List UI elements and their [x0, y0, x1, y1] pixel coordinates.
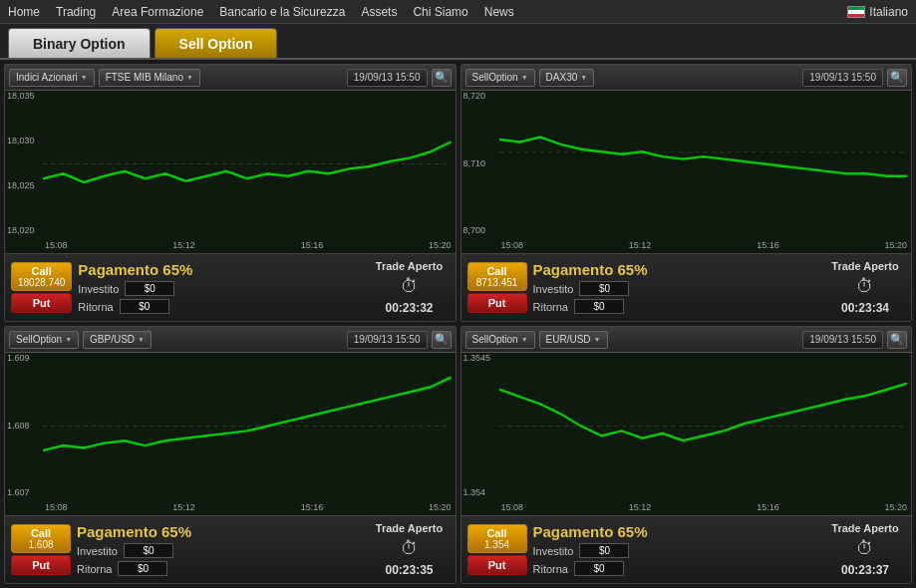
- trade-info-3: Pagamento 65% Investito Ritorna: [77, 523, 364, 576]
- chart-card-4: SellOption EUR/USD 19/09/13 15:50 🔍 1.35…: [460, 326, 913, 584]
- chart-area-1: 18,035 18,030 18,025 18,020 15:08 15:12 …: [5, 91, 456, 253]
- x-axis-4: 15:08 15:12 15:16 15:20: [501, 499, 908, 515]
- put-button-3[interactable]: Put: [11, 555, 71, 575]
- investito-row-4: Investito: [533, 543, 820, 558]
- pagamento-3: Pagamento 65%: [77, 523, 364, 540]
- market-dropdown-1[interactable]: Indici Azionari: [9, 69, 95, 87]
- date-badge-1: 19/09/13 15:50: [347, 69, 428, 87]
- trade-bar-3: Call 1.608 Put Pagamento 65% Investito R…: [5, 515, 456, 583]
- ritorna-input-2[interactable]: [574, 299, 624, 314]
- x-axis-1: 15:08 15:12 15:16 15:20: [45, 237, 452, 253]
- ritorna-input-3[interactable]: [118, 561, 167, 576]
- trade-aperto-label-2: Trade Aperto: [831, 260, 898, 272]
- chart-header-1: Indici Azionari FTSE MIB Milano 19/09/13…: [5, 65, 456, 91]
- market-dropdown-2[interactable]: SellOption: [465, 69, 535, 87]
- investito-row-3: Investito: [77, 543, 364, 558]
- ritorna-input-1[interactable]: [120, 299, 169, 314]
- trade-aperto-label-4: Trade Aperto: [831, 522, 898, 534]
- tab-sell-option[interactable]: Sell Option: [154, 28, 278, 58]
- call-put-1: Call 18028.740 Put: [11, 262, 72, 313]
- call-put-3: Call 1.608 Put: [11, 524, 71, 575]
- put-button-4[interactable]: Put: [467, 555, 527, 575]
- ritorna-row-1: Ritorna: [78, 299, 363, 314]
- chart-card-3: SellOption GBP/USD 19/09/13 15:50 🔍 1.60…: [4, 326, 457, 584]
- y-axis-1: 18,035 18,030 18,025 18,020: [7, 91, 35, 235]
- chart-area-4: 1.3545 1.354 15:08 15:12 15:16 15:20: [461, 353, 912, 515]
- trade-right-4: Trade Aperto ⏱ 00:23:37: [825, 522, 905, 577]
- call-put-2: Call 8713.451 Put: [467, 262, 527, 313]
- asset-dropdown-4[interactable]: EUR/USD: [539, 331, 608, 349]
- put-button-1[interactable]: Put: [11, 293, 72, 313]
- investito-row-1: Investito: [78, 281, 363, 296]
- flag-icon: [847, 6, 865, 18]
- date-badge-4: 19/09/13 15:50: [802, 331, 883, 349]
- main-grid: Indici Azionari FTSE MIB Milano 19/09/13…: [0, 60, 916, 588]
- call-button-2[interactable]: Call 8713.451: [467, 262, 527, 291]
- language-selector[interactable]: Italiano: [847, 5, 908, 19]
- trade-right-1: Trade Aperto ⏱ 00:23:32: [370, 260, 450, 315]
- nav-area-formazione[interactable]: Area Formazione: [112, 5, 203, 19]
- investito-input-1[interactable]: [125, 281, 174, 296]
- asset-dropdown-3[interactable]: GBP/USD: [83, 331, 152, 349]
- chart-area-3: 1.609 1.608 1.607 15:08 15:12 15:16 15:2…: [5, 353, 456, 515]
- nav-assets[interactable]: Assets: [361, 5, 397, 19]
- investito-input-4[interactable]: [579, 543, 629, 558]
- chart-header-3: SellOption GBP/USD 19/09/13 15:50 🔍: [5, 327, 456, 353]
- countdown-1: 00:23:32: [385, 301, 433, 315]
- nav-news[interactable]: News: [484, 5, 514, 19]
- trade-aperto-label-1: Trade Aperto: [376, 260, 443, 272]
- investito-row-2: Investito: [533, 281, 820, 296]
- investito-input-2[interactable]: [579, 281, 629, 296]
- zoom-btn-3[interactable]: 🔍: [432, 331, 452, 349]
- date-badge-3: 19/09/13 15:50: [347, 331, 428, 349]
- asset-dropdown-2[interactable]: DAX30: [539, 69, 595, 87]
- zoom-btn-4[interactable]: 🔍: [887, 331, 907, 349]
- chart-area-2: 8,720 8,710 8,700 15:08 15:12 15:16 15:2…: [461, 91, 912, 253]
- call-button-4[interactable]: Call 1.354: [467, 524, 527, 553]
- trade-aperto-label-3: Trade Aperto: [376, 522, 443, 534]
- trade-bar-1: Call 18028.740 Put Pagamento 65% Investi…: [5, 253, 456, 321]
- ritorna-row-2: Ritorna: [533, 299, 820, 314]
- navbar: Home Trading Area Formazione Bancario e …: [0, 0, 916, 24]
- clock-icon-2: ⏱: [856, 276, 874, 297]
- date-badge-2: 19/09/13 15:50: [802, 69, 883, 87]
- nav-trading[interactable]: Trading: [56, 5, 96, 19]
- ritorna-row-3: Ritorna: [77, 561, 364, 576]
- tab-binary-option[interactable]: Binary Option: [8, 28, 151, 58]
- market-dropdown-3[interactable]: SellOption: [9, 331, 79, 349]
- countdown-2: 00:23:34: [841, 301, 889, 315]
- trade-right-2: Trade Aperto ⏱ 00:23:34: [825, 260, 905, 315]
- zoom-btn-1[interactable]: 🔍: [432, 69, 452, 87]
- market-dropdown-4[interactable]: SellOption: [465, 331, 535, 349]
- call-button-1[interactable]: Call 18028.740: [11, 262, 72, 291]
- nav-chi-siamo[interactable]: Chi Siamo: [413, 5, 467, 19]
- pagamento-4: Pagamento 65%: [533, 523, 820, 540]
- clock-icon-4: ⏱: [856, 538, 874, 559]
- language-label: Italiano: [869, 5, 908, 19]
- chart-header-2: SellOption DAX30 19/09/13 15:50 🔍: [461, 65, 912, 91]
- zoom-btn-2[interactable]: 🔍: [887, 69, 907, 87]
- investito-input-3[interactable]: [124, 543, 173, 558]
- chart-header-4: SellOption EUR/USD 19/09/13 15:50 🔍: [461, 327, 912, 353]
- x-axis-3: 15:08 15:12 15:16 15:20: [45, 499, 452, 515]
- call-put-4: Call 1.354 Put: [467, 524, 527, 575]
- countdown-4: 00:23:37: [841, 563, 889, 577]
- y-axis-3: 1.609 1.608 1.607: [7, 353, 30, 497]
- trade-info-2: Pagamento 65% Investito Ritorna: [533, 261, 820, 314]
- y-axis-2: 8,720 8,710 8,700: [463, 91, 486, 235]
- pagamento-2: Pagamento 65%: [533, 261, 820, 278]
- nav-bancario[interactable]: Bancario e la Sicurezza: [219, 5, 345, 19]
- x-axis-2: 15:08 15:12 15:16 15:20: [501, 237, 908, 253]
- trade-info-4: Pagamento 65% Investito Ritorna: [533, 523, 820, 576]
- put-button-2[interactable]: Put: [467, 293, 527, 313]
- countdown-3: 00:23:35: [385, 563, 433, 577]
- y-axis-4: 1.3545 1.354: [463, 353, 491, 497]
- asset-dropdown-1[interactable]: FTSE MIB Milano: [99, 69, 200, 87]
- call-button-3[interactable]: Call 1.608: [11, 524, 71, 553]
- trade-bar-2: Call 8713.451 Put Pagamento 65% Investit…: [461, 253, 912, 321]
- ritorna-input-4[interactable]: [574, 561, 624, 576]
- clock-icon-1: ⏱: [401, 276, 419, 297]
- nav-home[interactable]: Home: [8, 5, 40, 19]
- chart-card-1: Indici Azionari FTSE MIB Milano 19/09/13…: [4, 64, 457, 322]
- ritorna-row-4: Ritorna: [533, 561, 820, 576]
